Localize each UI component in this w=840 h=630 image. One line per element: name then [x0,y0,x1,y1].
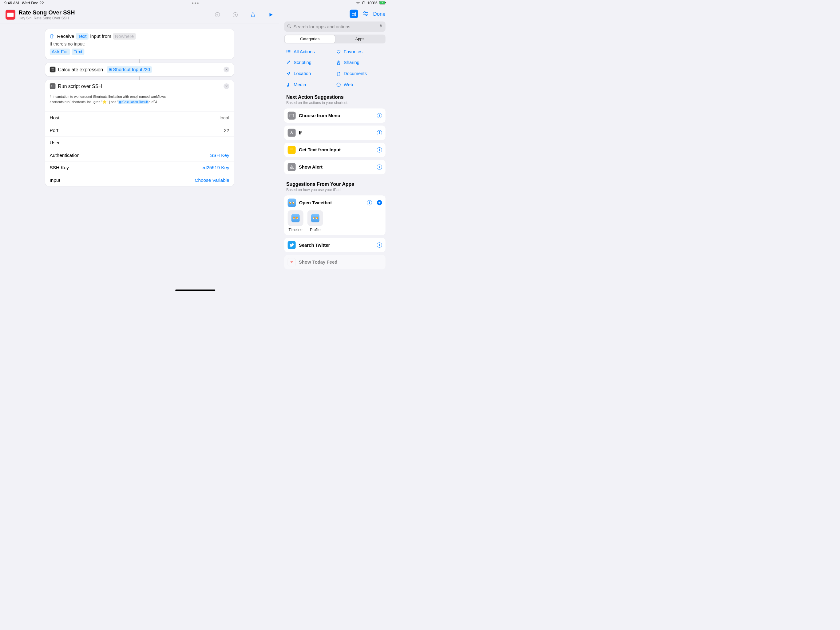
tweetbot-app-icon [288,198,296,207]
wifi-icon [356,1,360,6]
category-favorites[interactable]: Favorites [336,49,384,54]
sshkey-field[interactable]: SSH Key ed25519 Key [45,161,234,174]
svg-point-33 [287,52,287,53]
undo-button[interactable] [214,12,221,18]
mic-icon[interactable] [379,24,382,29]
script-line: # Incantation to workaround Shortcuts li… [50,94,229,99]
from-label: input from [90,33,111,39]
search-icon [287,24,292,29]
svg-point-23 [364,12,366,13]
tweetbot-profile-option[interactable]: Profile [308,211,323,232]
shortcut-title[interactable]: Rate Song Over SSH [19,9,75,16]
category-media[interactable]: Media [286,82,333,87]
play-button[interactable] [267,12,274,18]
categories-tab[interactable]: Categories [285,35,335,43]
category-location[interactable]: Location [286,71,333,76]
svg-rect-2 [385,2,386,3]
category-scripting[interactable]: Scripting [286,60,333,65]
svg-point-31 [287,51,287,52]
remove-action-button[interactable]: ✕ [224,83,229,89]
add-button[interactable]: + [377,200,382,206]
category-web[interactable]: Web [336,82,384,87]
input-type-token[interactable]: Text [76,33,88,40]
redo-button[interactable] [232,12,238,18]
ssh-script-editor[interactable]: # Incantation to workaround Shortcuts li… [45,92,234,112]
share-button[interactable] [249,12,256,18]
category-sharing[interactable]: Sharing [336,60,384,65]
calculate-action-card[interactable]: Calculate expression ▣ Shortcut Input /2… [45,63,234,76]
multitask-dots[interactable] [192,2,198,4]
info-button[interactable]: i [377,165,382,170]
receive-action-card[interactable]: Receive Text input from Nowhere If there… [45,29,234,59]
info-button[interactable]: i [377,242,382,248]
ssh-title: Run script over SSH [58,83,102,89]
host-value[interactable]: .local [218,115,229,120]
category-all-actions[interactable]: All Actions [286,49,333,54]
svg-rect-14 [51,85,54,88]
calculation-result-variable[interactable]: ▦Calculation Result [118,100,149,104]
menu-icon [288,112,296,120]
status-date: Wed Dec 22 [22,1,44,6]
category-documents[interactable]: Documents [336,71,384,76]
suggestion-show-alert[interactable]: Show Alert i [284,160,385,174]
info-button[interactable]: i [377,130,382,135]
library-button[interactable] [350,10,358,18]
svg-point-8 [52,70,52,70]
variable-icon: ▦ [119,100,122,104]
askfor-token[interactable]: Ask For [50,49,70,55]
apps-tab[interactable]: Apps [335,35,385,43]
info-button[interactable]: i [377,147,382,153]
svg-point-29 [287,50,287,51]
user-field[interactable]: User [45,136,234,149]
sshkey-value[interactable]: ed25519 Key [201,165,229,171]
suggestion-open-tweetbot[interactable]: Open Tweetbot i + Timeline Profile [284,195,385,235]
remove-action-button[interactable]: ✕ [224,67,229,73]
svg-rect-7 [51,68,54,69]
auth-field[interactable]: Authentication SSH Key [45,149,234,161]
ssh-action-card[interactable]: Run script over SSH ✕ # Incantation to w… [45,80,234,186]
suggestion-search-twitter[interactable]: Search Twitter i [284,238,385,252]
segmented-control[interactable]: Categories Apps [284,35,385,44]
info-button[interactable]: i [367,200,372,206]
branch-icon [288,129,296,137]
terminal-icon [50,83,56,89]
suggestion-if[interactable]: If i [284,125,385,140]
app-suggestions-header: Suggestions From Your Apps Based on how … [279,179,391,193]
suggestion-choose-from-menu[interactable]: Choose from Menu i [284,108,385,123]
search-input[interactable] [293,24,377,29]
next-suggestions-header: Next Action Suggestions Based on the act… [279,92,391,106]
auth-value[interactable]: SSH Key [210,153,229,158]
suggestion-get-text[interactable]: Get Text from Input i [284,143,385,157]
location-icon [286,72,291,76]
tweetbot-timeline-option[interactable]: Timeline [288,211,303,232]
field-label: Input [50,177,60,183]
svg-point-25 [366,14,368,16]
shortcut-app-icon[interactable] [5,9,16,20]
port-field[interactable]: Port 22 [45,124,234,136]
headphones-icon [362,1,366,6]
field-label: Port [50,128,58,133]
svg-point-10 [53,70,54,70]
alert-icon [288,163,296,171]
text-icon [288,146,296,154]
svg-point-36 [337,83,340,86]
connector [139,76,140,80]
variable-icon: ▣ [109,68,112,71]
settings-button[interactable] [363,11,369,17]
calculate-label: Calculate expression [58,67,103,72]
host-field[interactable]: Host .local [45,112,234,124]
shortcut-input-variable[interactable]: ▣ Shortcut Input /20 [107,66,152,73]
search-box[interactable] [284,22,385,32]
port-value[interactable]: 22 [224,128,229,133]
done-button[interactable]: Done [373,11,385,17]
info-button[interactable]: i [377,113,382,118]
input-field[interactable]: Input Choose Variable [45,174,234,186]
home-indicator[interactable] [175,290,215,291]
input-icon [50,34,54,38]
input-source-token[interactable]: Nowhere [113,33,136,40]
suggestion-show-today-feed[interactable]: Show Today Feed [284,255,385,269]
list-icon [286,50,291,53]
asktype-token[interactable]: Text [72,49,84,55]
battery-icon [379,1,386,6]
input-value[interactable]: Choose Variable [195,177,229,183]
